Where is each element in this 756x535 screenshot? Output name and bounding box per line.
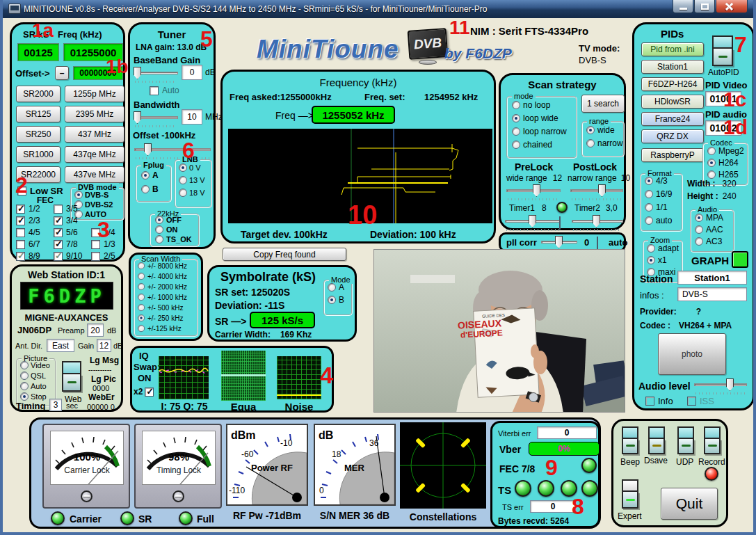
- tone-on-row[interactable]: ON: [155, 225, 178, 234]
- mode-loopwide-row[interactable]: loop wide: [512, 113, 558, 123]
- mode-noloop-row[interactable]: no loop: [512, 100, 550, 110]
- fec-8-9-checkbox[interactable]: [16, 252, 25, 261]
- preset-437ve-button[interactable]: 437ve MHz: [65, 166, 124, 183]
- format-43-radio[interactable]: [645, 177, 653, 185]
- fplug-b-row[interactable]: B: [141, 184, 159, 194]
- minimize-button[interactable]: [673, 0, 693, 13]
- mode-noloop-radio[interactable]: [512, 101, 520, 109]
- fec-9-10-checkbox[interactable]: [54, 252, 63, 261]
- format-43-row[interactable]: 4/3: [645, 176, 668, 186]
- preset-437qe-button[interactable]: 437qe MHz: [65, 146, 124, 163]
- web-toggle[interactable]: [62, 361, 81, 392]
- zoom-adapt-radio[interactable]: [647, 244, 655, 253]
- preset-sr250-button[interactable]: SR250: [16, 126, 61, 143]
- timer1-slider[interactable]: [505, 214, 561, 228]
- lnb-13v-radio[interactable]: [179, 176, 187, 184]
- format-11-row[interactable]: 1/1: [645, 202, 668, 212]
- scan-checkbox[interactable]: [559, 216, 561, 230]
- fec-6-7-checkbox[interactable]: [16, 240, 25, 249]
- range-wide-radio[interactable]: [586, 126, 595, 134]
- sw-2000-radio[interactable]: [138, 283, 145, 290]
- fec-2-5-row[interactable]: 2/5: [91, 251, 115, 261]
- audio-aac-row[interactable]: AAC: [695, 225, 723, 234]
- preset-437-button[interactable]: 437 MHz: [65, 126, 124, 143]
- picture-auto-row[interactable]: Auto: [20, 382, 47, 390]
- autopid-toggle[interactable]: [712, 35, 733, 66]
- sw-500-row[interactable]: +/- 500 kHz: [137, 303, 183, 312]
- sw-250-row[interactable]: +/- 250 kHz: [137, 314, 183, 322]
- info-checkbox[interactable]: [645, 397, 654, 406]
- codec-h264-radio[interactable]: [707, 159, 716, 167]
- fec-1-2-checkbox[interactable]: [16, 205, 25, 214]
- picture-qsl-row[interactable]: QSL: [20, 372, 46, 380]
- mode-loopnarrow-row[interactable]: loop narrow: [512, 127, 567, 136]
- audio-aac-radio[interactable]: [695, 225, 703, 234]
- preset-2395-button[interactable]: 2395 MHz: [65, 106, 124, 122]
- baseband-auto-row[interactable]: Auto: [150, 86, 179, 95]
- fplug-a-row[interactable]: A: [141, 170, 159, 180]
- sym-mode-b-radio[interactable]: [328, 296, 336, 304]
- carrier-meter-knob[interactable]: [81, 490, 93, 502]
- fec-4-5-checkbox[interactable]: [16, 228, 25, 237]
- picture-auto-radio[interactable]: [20, 382, 29, 390]
- preset-sr1000-button[interactable]: SR1000: [16, 146, 61, 163]
- format-auto-radio[interactable]: [645, 216, 653, 225]
- fplug-b-radio[interactable]: [141, 185, 150, 193]
- zoom-x1-row[interactable]: x1: [647, 255, 667, 265]
- sw-1000-radio[interactable]: [138, 294, 145, 301]
- mode-chained-radio[interactable]: [512, 141, 520, 149]
- audio-ac3-radio[interactable]: [695, 237, 703, 246]
- fec-3-4-checkbox[interactable]: [54, 216, 63, 225]
- dsave-toggle[interactable]: [648, 426, 665, 454]
- pid-from-ini-button[interactable]: Pid from .ini: [641, 42, 704, 56]
- sw-1000-row[interactable]: +/- 1000 kHz: [137, 293, 187, 301]
- preset-sr125-button[interactable]: SR125: [16, 106, 61, 122]
- sym-mode-a-radio[interactable]: [328, 283, 336, 292]
- fec-9-10-row[interactable]: 9/10: [54, 251, 82, 261]
- sw-4000-radio[interactable]: [138, 273, 145, 280]
- mode-loopnarrow-radio[interactable]: [512, 127, 520, 136]
- hdlowsr-button[interactable]: HDlowSR: [641, 95, 704, 109]
- sr-value-field[interactable]: 00125: [17, 43, 59, 61]
- fec-2-3-row[interactable]: 2/3: [16, 216, 40, 225]
- lnb-18v-radio[interactable]: [179, 189, 187, 197]
- sw-2000-row[interactable]: +/- 2000 kHz: [137, 282, 187, 291]
- dvb-s-radio-row[interactable]: DVB-S: [74, 191, 108, 199]
- codec-h265-row[interactable]: H265: [707, 170, 739, 179]
- codec-mpeg2-radio[interactable]: [707, 147, 716, 155]
- graph-button[interactable]: [732, 251, 748, 268]
- preset-sr2000-button[interactable]: SR2000: [16, 86, 61, 102]
- format-169-radio[interactable]: [645, 190, 653, 198]
- range-narrow-radio[interactable]: [586, 139, 595, 147]
- timing-meter-knob[interactable]: [172, 490, 184, 502]
- sw-125-radio[interactable]: [138, 325, 145, 332]
- fec-2-3-checkbox[interactable]: [16, 216, 25, 225]
- fec-7-8-checkbox[interactable]: [54, 240, 63, 249]
- fplug-a-radio[interactable]: [141, 171, 150, 179]
- offset-minus-button[interactable]: –: [55, 66, 69, 80]
- fec-4-5-row[interactable]: 4/5: [16, 227, 40, 237]
- picture-video-row[interactable]: Video: [20, 361, 50, 369]
- format-11-radio[interactable]: [645, 203, 653, 211]
- mode-chained-row[interactable]: chained: [512, 140, 552, 150]
- fec-3-5-row[interactable]: 3/5: [54, 204, 78, 214]
- audio-ac3-row[interactable]: AC3: [695, 237, 722, 246]
- infos-field[interactable]: DVB-S: [677, 287, 747, 301]
- tone-off-radio[interactable]: [155, 216, 163, 224]
- station1-button[interactable]: Station1: [641, 60, 704, 74]
- photo-button[interactable]: photo: [658, 333, 726, 375]
- station-field[interactable]: Station1: [677, 271, 747, 285]
- quit-button[interactable]: Quit: [661, 488, 718, 520]
- info-checkbox-row[interactable]: Info: [645, 396, 673, 406]
- baseband-auto-checkbox[interactable]: [150, 86, 159, 95]
- preset-1255p-button[interactable]: 1255p MHz: [65, 86, 124, 102]
- sw-125-row[interactable]: +/-125 kHz: [137, 324, 182, 333]
- record-toggle[interactable]: [704, 426, 721, 454]
- ant-dir-field[interactable]: East: [47, 339, 74, 352]
- x2-checkbox-row[interactable]: x2: [134, 387, 154, 397]
- qrzdx-button[interactable]: QRZ DX: [641, 129, 704, 143]
- lnb-0v-radio[interactable]: [179, 163, 187, 172]
- fec-7-8-row[interactable]: 7/8: [54, 239, 78, 249]
- bandwidth-value[interactable]: 10: [182, 109, 202, 125]
- tone-on-radio[interactable]: [155, 225, 163, 234]
